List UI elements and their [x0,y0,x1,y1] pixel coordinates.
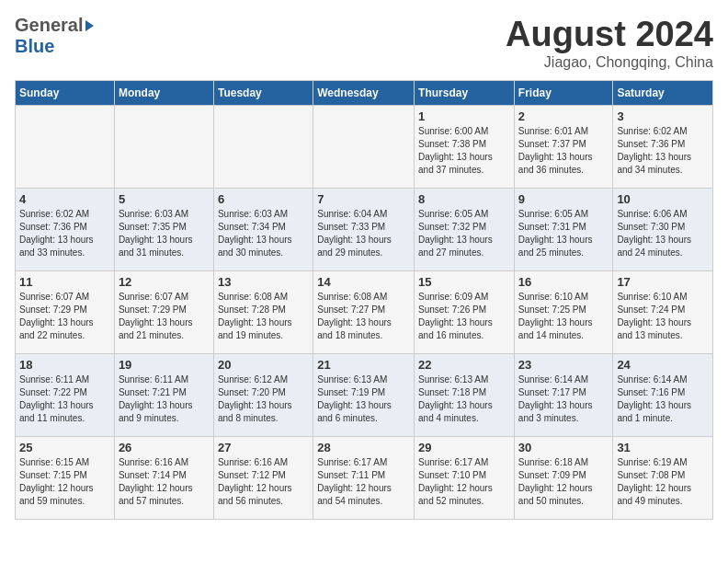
cell-info: Sunrise: 6:03 AM Sunset: 7:35 PM Dayligh… [119,208,210,259]
cell-info: Sunrise: 6:07 AM Sunset: 7:29 PM Dayligh… [19,291,110,342]
calendar-cell: 1Sunrise: 6:00 AM Sunset: 7:38 PM Daylig… [415,106,515,189]
calendar-table: SundayMondayTuesdayWednesdayThursdayFrid… [15,80,713,520]
day-number: 22 [418,358,510,372]
day-number: 20 [218,358,309,372]
day-number: 11 [19,275,110,289]
calendar-cell: 23Sunrise: 6:14 AM Sunset: 7:17 PM Dayli… [514,354,613,437]
day-number: 6 [218,192,309,206]
calendar-cell: 12Sunrise: 6:07 AM Sunset: 7:29 PM Dayli… [114,271,213,354]
day-number: 30 [518,441,609,454]
cell-info: Sunrise: 6:00 AM Sunset: 7:38 PM Dayligh… [418,125,510,177]
calendar-cell: 19Sunrise: 6:11 AM Sunset: 7:21 PM Dayli… [114,354,213,437]
calendar-cell: 29Sunrise: 6:17 AM Sunset: 7:10 PM Dayli… [415,437,515,520]
calendar-cell: 22Sunrise: 6:13 AM Sunset: 7:18 PM Dayli… [415,354,515,437]
calendar-cell: 31Sunrise: 6:19 AM Sunset: 7:08 PM Dayli… [613,437,713,520]
day-number: 23 [518,358,609,372]
day-number: 15 [418,275,510,289]
calendar-cell: 18Sunrise: 6:11 AM Sunset: 7:22 PM Dayli… [16,354,115,437]
calendar-cell [313,106,415,189]
day-number: 12 [119,275,210,289]
calendar-cell [213,106,313,189]
location-title: Jiagao, Chongqing, China [506,54,713,71]
cell-info: Sunrise: 6:16 AM Sunset: 7:12 PM Dayligh… [218,456,309,508]
day-number: 3 [617,109,709,123]
calendar-cell: 24Sunrise: 6:14 AM Sunset: 7:16 PM Dayli… [613,354,713,437]
calendar-cell: 21Sunrise: 6:13 AM Sunset: 7:19 PM Dayli… [313,354,415,437]
cell-info: Sunrise: 6:12 AM Sunset: 7:20 PM Dayligh… [218,373,309,425]
cell-info: Sunrise: 6:05 AM Sunset: 7:31 PM Dayligh… [518,208,609,259]
cell-info: Sunrise: 6:16 AM Sunset: 7:14 PM Dayligh… [119,456,210,508]
day-number: 9 [518,192,609,206]
column-header-monday: Monday [114,81,213,106]
cell-info: Sunrise: 6:11 AM Sunset: 7:22 PM Dayligh… [19,373,110,425]
day-number: 10 [617,192,709,206]
day-number: 26 [119,441,210,454]
cell-info: Sunrise: 6:01 AM Sunset: 7:37 PM Dayligh… [518,125,609,177]
day-number: 8 [418,192,510,206]
column-header-wednesday: Wednesday [313,81,415,106]
cell-info: Sunrise: 6:17 AM Sunset: 7:11 PM Dayligh… [317,456,410,508]
day-number: 7 [317,192,410,206]
calendar-cell: 26Sunrise: 6:16 AM Sunset: 7:14 PM Dayli… [114,437,213,520]
month-title: August 2024 [506,15,713,54]
cell-info: Sunrise: 6:10 AM Sunset: 7:25 PM Dayligh… [518,291,609,342]
calendar-cell: 17Sunrise: 6:10 AM Sunset: 7:24 PM Dayli… [613,271,713,354]
logo-general: General [15,15,83,36]
cell-info: Sunrise: 6:19 AM Sunset: 7:08 PM Dayligh… [617,456,709,508]
day-number: 28 [317,441,410,454]
calendar-cell: 9Sunrise: 6:05 AM Sunset: 7:31 PM Daylig… [514,189,613,271]
day-number: 13 [218,275,309,289]
cell-info: Sunrise: 6:10 AM Sunset: 7:24 PM Dayligh… [617,291,709,342]
column-header-tuesday: Tuesday [213,81,313,106]
calendar-cell: 7Sunrise: 6:04 AM Sunset: 7:33 PM Daylig… [313,189,415,271]
day-number: 31 [617,441,709,454]
calendar-cell: 5Sunrise: 6:03 AM Sunset: 7:35 PM Daylig… [114,189,213,271]
cell-info: Sunrise: 6:02 AM Sunset: 7:36 PM Dayligh… [617,125,709,177]
column-headers: SundayMondayTuesdayWednesdayThursdayFrid… [16,81,713,106]
cell-info: Sunrise: 6:17 AM Sunset: 7:10 PM Dayligh… [418,456,510,508]
calendar-cell: 25Sunrise: 6:15 AM Sunset: 7:15 PM Dayli… [16,437,115,520]
calendar-cell: 13Sunrise: 6:08 AM Sunset: 7:28 PM Dayli… [213,271,313,354]
calendar-cell: 10Sunrise: 6:06 AM Sunset: 7:30 PM Dayli… [613,189,713,271]
cell-info: Sunrise: 6:08 AM Sunset: 7:28 PM Dayligh… [218,291,309,342]
week-row-2: 4Sunrise: 6:02 AM Sunset: 7:36 PM Daylig… [16,189,713,271]
cell-info: Sunrise: 6:06 AM Sunset: 7:30 PM Dayligh… [617,208,709,259]
logo-blue: Blue [15,36,54,56]
column-header-friday: Friday [514,81,613,106]
cell-info: Sunrise: 6:13 AM Sunset: 7:19 PM Dayligh… [317,373,410,425]
cell-info: Sunrise: 6:07 AM Sunset: 7:29 PM Dayligh… [119,291,210,342]
header: General Blue August 2024 Jiagao, Chongqi… [15,15,713,71]
cell-info: Sunrise: 6:05 AM Sunset: 7:32 PM Dayligh… [418,208,510,259]
cell-info: Sunrise: 6:02 AM Sunset: 7:36 PM Dayligh… [19,208,110,259]
calendar-cell: 3Sunrise: 6:02 AM Sunset: 7:36 PM Daylig… [613,106,713,189]
column-header-sunday: Sunday [16,81,115,106]
day-number: 16 [518,275,609,289]
day-number: 27 [218,441,309,454]
title-area: August 2024 Jiagao, Chongqing, China [506,15,713,71]
day-number: 19 [119,358,210,372]
week-row-1: 1Sunrise: 6:00 AM Sunset: 7:38 PM Daylig… [16,106,713,189]
calendar-cell: 14Sunrise: 6:08 AM Sunset: 7:27 PM Dayli… [313,271,415,354]
cell-info: Sunrise: 6:09 AM Sunset: 7:26 PM Dayligh… [418,291,510,342]
cell-info: Sunrise: 6:13 AM Sunset: 7:18 PM Dayligh… [418,373,510,425]
day-number: 21 [317,358,410,372]
column-header-saturday: Saturday [613,81,713,106]
calendar-cell: 28Sunrise: 6:17 AM Sunset: 7:11 PM Dayli… [313,437,415,520]
day-number: 18 [19,358,110,372]
calendar-cell: 30Sunrise: 6:18 AM Sunset: 7:09 PM Dayli… [514,437,613,520]
week-row-4: 18Sunrise: 6:11 AM Sunset: 7:22 PM Dayli… [16,354,713,437]
day-number: 1 [418,109,510,123]
day-number: 29 [418,441,510,454]
calendar-cell: 8Sunrise: 6:05 AM Sunset: 7:32 PM Daylig… [415,189,515,271]
week-row-5: 25Sunrise: 6:15 AM Sunset: 7:15 PM Dayli… [16,437,713,520]
calendar-cell: 6Sunrise: 6:03 AM Sunset: 7:34 PM Daylig… [213,189,313,271]
cell-info: Sunrise: 6:08 AM Sunset: 7:27 PM Dayligh… [317,291,410,342]
day-number: 17 [617,275,709,289]
day-number: 14 [317,275,410,289]
calendar-cell: 15Sunrise: 6:09 AM Sunset: 7:26 PM Dayli… [415,271,515,354]
calendar-cell: 2Sunrise: 6:01 AM Sunset: 7:37 PM Daylig… [514,106,613,189]
cell-info: Sunrise: 6:03 AM Sunset: 7:34 PM Dayligh… [218,208,309,259]
cell-info: Sunrise: 6:18 AM Sunset: 7:09 PM Dayligh… [518,456,609,508]
day-number: 25 [19,441,110,454]
calendar-cell: 20Sunrise: 6:12 AM Sunset: 7:20 PM Dayli… [213,354,313,437]
